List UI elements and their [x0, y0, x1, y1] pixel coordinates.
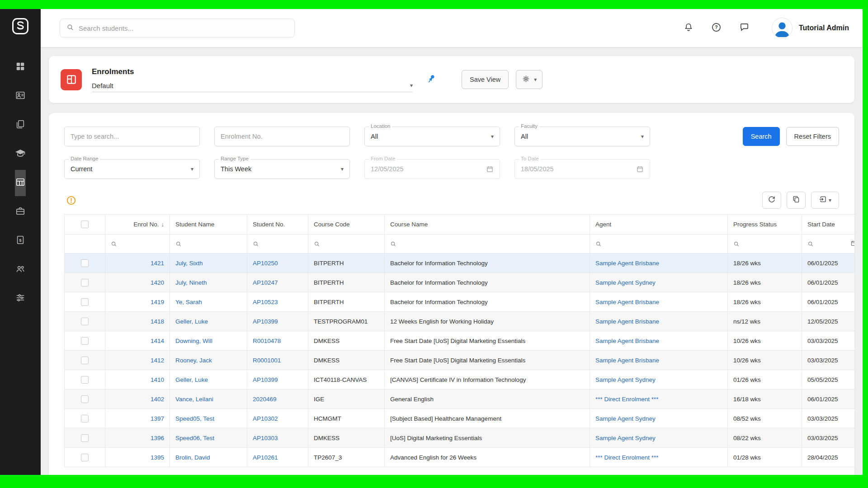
- cell-student-name[interactable]: Geller, Luke: [170, 370, 247, 389]
- cell-enrol-no[interactable]: 1396: [105, 428, 170, 448]
- cell-enrol-no[interactable]: 1412: [105, 351, 170, 370]
- filter-search-field[interactable]: [64, 127, 200, 146]
- info-warning-icon[interactable]: [66, 195, 76, 206]
- table-row[interactable]: 1402Vance, Leilani2020469IGEGeneral Engl…: [65, 389, 855, 409]
- cell-student-no[interactable]: AP10250: [247, 253, 308, 273]
- table-row[interactable]: 1395Brolin, DavidAP10261TP2607_3Advanced…: [65, 448, 855, 467]
- cell-agent[interactable]: *** Direct Enrolment ***: [590, 389, 728, 409]
- sidebar-item-courses[interactable]: [15, 141, 26, 167]
- filter-from-date-field[interactable]: From Date 12/05/2025: [364, 159, 500, 179]
- global-search[interactable]: [60, 19, 295, 38]
- cell-enrol-no[interactable]: 1421: [105, 253, 170, 273]
- sidebar-item-dashboard[interactable]: [15, 54, 26, 80]
- cell-student-name[interactable]: Ye, Sarah: [170, 292, 247, 312]
- sidebar-item-services[interactable]: [15, 199, 26, 225]
- row-checkbox[interactable]: [81, 259, 89, 267]
- cell-agent[interactable]: *** Direct Enrolment ***: [590, 448, 728, 467]
- filter-cell-course-code[interactable]: [308, 235, 385, 253]
- calendar-icon[interactable]: [636, 165, 644, 173]
- cell-student-no[interactable]: R0010478: [247, 331, 308, 351]
- cell-student-no[interactable]: AP10302: [247, 409, 308, 428]
- table-row[interactable]: 1397Speed05, TestAP10302HCMGMT[Subject B…: [65, 409, 855, 428]
- cell-student-name[interactable]: Brolin, David: [170, 448, 247, 467]
- cell-student-no[interactable]: AP10261: [247, 448, 308, 467]
- pin-view-button[interactable]: [426, 74, 436, 85]
- cell-student-no[interactable]: AP10399: [247, 312, 308, 331]
- copy-button[interactable]: [787, 192, 806, 209]
- cell-enrol-no[interactable]: 1395: [105, 448, 170, 467]
- cell-student-name[interactable]: Rooney, Jack: [170, 351, 247, 370]
- filter-date-range-select[interactable]: Date Range Current ▾: [64, 159, 200, 179]
- refresh-button[interactable]: [762, 192, 781, 209]
- cell-enrol-no[interactable]: 1402: [105, 389, 170, 409]
- filter-enrolment-no-field[interactable]: [214, 127, 350, 146]
- cell-student-name[interactable]: July, Nineth: [170, 273, 247, 292]
- filter-faculty-select[interactable]: Faculty All ▾: [514, 127, 650, 146]
- row-checkbox[interactable]: [81, 337, 89, 345]
- filter-cell-progress-status[interactable]: [728, 235, 802, 253]
- column-header-start-date[interactable]: Start Date: [802, 215, 855, 235]
- table-row[interactable]: 1419Ye, SarahAP10523BITPERTHBachelor for…: [65, 292, 855, 312]
- column-header-student-name[interactable]: Student Name: [170, 215, 247, 235]
- row-checkbox[interactable]: [81, 279, 89, 286]
- row-checkbox[interactable]: [81, 415, 89, 422]
- save-view-button[interactable]: Save View: [462, 70, 509, 89]
- table-row[interactable]: 1396Speed06, TestAP10303DMKESS[UoS] Digi…: [65, 428, 855, 448]
- sidebar-item-settings[interactable]: [15, 286, 26, 312]
- cell-agent[interactable]: Sample Agent Brisbane: [590, 331, 728, 351]
- search-button[interactable]: Search: [743, 127, 780, 146]
- table-row[interactable]: 1412Rooney, JackR0001001DMKESSFree Start…: [65, 351, 855, 370]
- row-checkbox[interactable]: [81, 434, 89, 442]
- view-select[interactable]: Default ▾: [92, 80, 413, 92]
- calendar-icon[interactable]: [486, 165, 494, 173]
- filter-location-select[interactable]: Location All ▾: [364, 127, 500, 146]
- filter-cell-student-no[interactable]: [247, 235, 308, 253]
- sidebar-item-students[interactable]: [15, 83, 26, 109]
- row-checkbox[interactable]: [81, 357, 89, 364]
- row-checkbox[interactable]: [81, 454, 89, 461]
- column-header-student-no[interactable]: Student No.: [247, 215, 308, 235]
- cell-enrol-no[interactable]: 1397: [105, 409, 170, 428]
- cell-agent[interactable]: Sample Agent Sydney: [590, 273, 728, 292]
- filter-to-date-field[interactable]: To Date 18/05/2025: [514, 159, 650, 179]
- cell-student-no[interactable]: R0001001: [247, 351, 308, 370]
- filter-cell-course-name[interactable]: [385, 235, 590, 253]
- cell-student-name[interactable]: Vance, Leilani: [170, 389, 247, 409]
- help-button[interactable]: ?: [708, 19, 726, 37]
- cell-enrol-no[interactable]: 1410: [105, 370, 170, 389]
- cell-enrol-no[interactable]: 1414: [105, 331, 170, 351]
- cell-agent[interactable]: Sample Agent Brisbane: [590, 312, 728, 331]
- filter-cell-enrol-no[interactable]: [105, 235, 170, 253]
- row-checkbox[interactable]: [81, 395, 89, 403]
- filter-cell-agent[interactable]: [590, 235, 728, 253]
- column-header-course-name[interactable]: Course Name: [385, 215, 590, 235]
- notifications-button[interactable]: [679, 19, 698, 37]
- filter-range-type-select[interactable]: Range Type This Week ▾: [214, 159, 350, 179]
- table-row[interactable]: 1410Geller, LukeAP10399ICT40118-CANVAS[C…: [65, 370, 855, 389]
- table-row[interactable]: 1421July, SixthAP10250BITPERTHBachelor f…: [65, 253, 855, 273]
- chat-button[interactable]: [736, 19, 754, 37]
- reset-filters-button[interactable]: Reset Filters: [786, 127, 839, 146]
- view-settings-button[interactable]: ▾: [516, 70, 542, 89]
- column-header-agent[interactable]: Agent: [590, 215, 728, 235]
- filter-search-input[interactable]: [71, 133, 193, 140]
- cell-student-no[interactable]: 2020469: [247, 389, 308, 409]
- column-header-course-code[interactable]: Course Code: [308, 215, 385, 235]
- sidebar-item-enrolments[interactable]: [15, 170, 26, 196]
- cell-student-name[interactable]: Geller, Luke: [170, 312, 247, 331]
- filter-cell-start-date[interactable]: [802, 235, 855, 253]
- cell-enrol-no[interactable]: 1420: [105, 273, 170, 292]
- table-row[interactable]: 1418Geller, LukeAP10399TESTPROGRAM0112 W…: [65, 312, 855, 331]
- cell-agent[interactable]: Sample Agent Brisbane: [590, 351, 728, 370]
- export-button[interactable]: ▾: [811, 192, 839, 209]
- filter-enrolment-no-input[interactable]: [221, 133, 344, 140]
- cell-student-name[interactable]: Speed06, Test: [170, 428, 247, 448]
- calendar-icon[interactable]: [850, 240, 854, 248]
- sidebar-item-agents[interactable]: [15, 257, 26, 283]
- table-row[interactable]: 1420July, NinethAP10247BITPERTHBachelor …: [65, 273, 855, 292]
- cell-student-no[interactable]: AP10303: [247, 428, 308, 448]
- cell-student-no[interactable]: AP10247: [247, 273, 308, 292]
- cell-enrol-no[interactable]: 1418: [105, 312, 170, 331]
- row-checkbox[interactable]: [81, 376, 89, 384]
- cell-agent[interactable]: Sample Agent Sydney: [590, 409, 728, 428]
